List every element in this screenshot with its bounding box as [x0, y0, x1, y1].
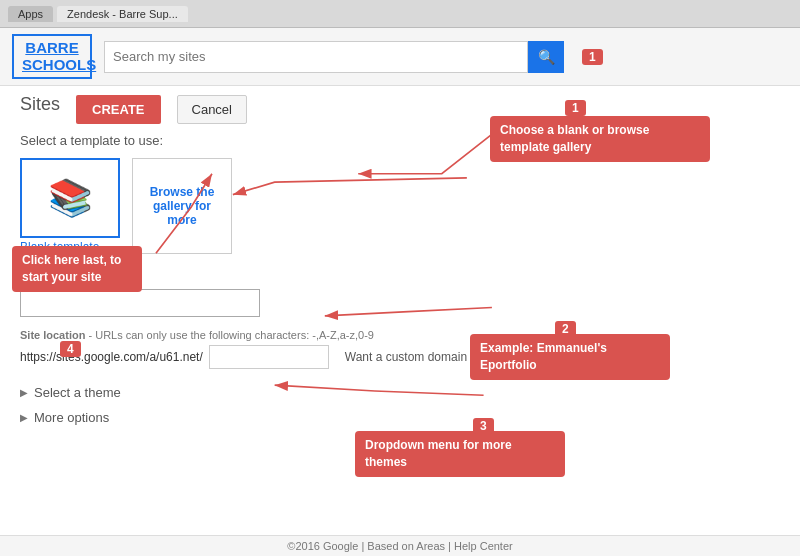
annotation-theme-dropdown: Dropdown menu for more themes — [355, 431, 565, 477]
more-options-label: More options — [34, 410, 109, 425]
create-button[interactable]: CREATE — [76, 95, 160, 124]
page-title: Sites — [20, 94, 60, 115]
badge-num-4: 4 — [60, 341, 81, 357]
cancel-button[interactable]: Cancel — [177, 95, 247, 124]
location-note: URLs can only use the following characte… — [95, 329, 374, 341]
location-label: Site location — [20, 329, 85, 341]
search-input[interactable] — [104, 41, 528, 73]
tab-zendesk[interactable]: Zendesk - Barre Sup... — [57, 6, 188, 22]
header: BARRE SCHOOLS 🔍 1 — [0, 28, 800, 86]
template-row: 📚 Blank template Browse the gallery for … — [20, 158, 780, 254]
logo[interactable]: BARRE SCHOOLS — [12, 34, 92, 79]
template-icon: 📚 — [48, 177, 93, 219]
footer: ©2016 Google | Based on Areas | Help Cen… — [0, 535, 800, 556]
logo-line2[interactable]: SCHOOLS — [22, 57, 82, 74]
logo-line1[interactable]: BARRE — [22, 40, 82, 57]
browser-tabs: Apps Zendesk - Barre Sup... — [8, 6, 188, 22]
theme-label: Select a theme — [34, 385, 121, 400]
badge-num-2: 2 — [555, 321, 576, 337]
search-button[interactable]: 🔍 — [528, 41, 564, 73]
location-input[interactable] — [209, 345, 329, 369]
badge-num-3: 3 — [473, 418, 494, 434]
theme-row[interactable]: ▶ Select a theme — [20, 379, 780, 406]
annotation-template-gallery: Choose a blank or browse template galler… — [490, 116, 710, 162]
more-options-row[interactable]: ▶ More options — [20, 406, 780, 429]
browse-gallery-card[interactable]: Browse the gallery for more — [132, 158, 232, 254]
annotation-name-example: Example: Emmanuel's Eportfolio — [470, 334, 670, 380]
theme-triangle-icon: ▶ — [20, 387, 28, 398]
browser-bar: Apps Zendesk - Barre Sup... — [0, 0, 800, 28]
search-bar: 🔍 — [104, 41, 564, 73]
badge-1: 1 — [582, 49, 603, 65]
tab-apps[interactable]: Apps — [8, 6, 53, 22]
more-options-triangle-icon: ▶ — [20, 412, 28, 423]
location-prefix: https://sites.google.com/a/u61.net/ — [20, 350, 203, 364]
badge-num-1: 1 — [565, 100, 586, 116]
site-name-input[interactable] — [20, 289, 260, 317]
annotation-create-last: Click here last, to start your site — [12, 246, 142, 292]
browse-text: Browse the gallery for more — [150, 185, 215, 227]
blank-template-card[interactable]: 📚 — [20, 158, 120, 238]
